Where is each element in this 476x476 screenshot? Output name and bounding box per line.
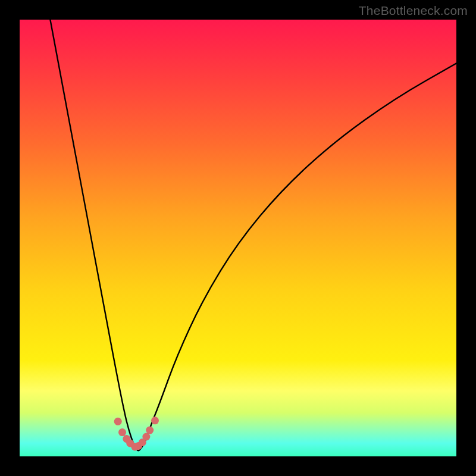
plot-area xyxy=(20,20,456,456)
curve-path xyxy=(50,20,456,450)
bottleneck-curve xyxy=(50,20,456,450)
scatter-dot xyxy=(151,416,159,424)
scatter-dot xyxy=(142,433,150,441)
scatter-dot xyxy=(146,427,154,434)
watermark-text: TheBottleneck.com xyxy=(359,4,468,18)
scatter-dot xyxy=(118,428,126,436)
chart-frame: TheBottleneck.com xyxy=(0,0,476,476)
scatter-dots xyxy=(114,416,159,450)
chart-svg xyxy=(20,20,456,456)
scatter-dot xyxy=(114,418,122,425)
